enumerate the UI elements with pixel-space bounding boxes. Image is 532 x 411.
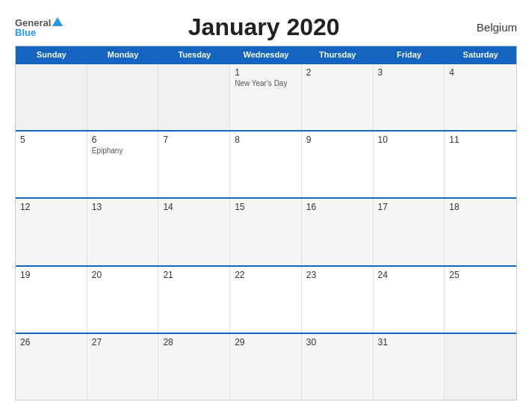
calendar-cell: 14 [158,199,230,265]
country-label: Belgium [465,21,517,34]
calendar-cell: 26 [16,334,87,400]
cell-day-number: 8 [235,135,297,145]
calendar-cell: 6Epiphany [87,132,159,197]
calendar-cell: 31 [374,334,445,400]
calendar-cell: 21 [158,267,230,333]
calendar-cell: 10 [374,132,445,197]
cell-day-number: 4 [449,67,512,78]
calendar-cell: 17 [374,199,445,265]
cell-day-number: 24 [378,270,440,280]
cell-event-label: Epiphany [92,146,154,155]
cell-day-number: 17 [378,202,440,212]
cell-day-number: 21 [163,270,225,280]
cell-day-number: 29 [235,337,297,347]
calendar-week-3: 12131415161718 [16,197,516,265]
calendar-cell: 4 [445,64,516,130]
cell-day-number: 19 [20,270,82,280]
cell-day-number: 25 [449,270,512,280]
calendar-cell: 27 [87,334,159,400]
day-header-sunday: Sunday [16,46,87,63]
calendar-header: SundayMondayTuesdayWednesdayThursdayFrid… [16,46,516,63]
day-header-thursday: Thursday [302,46,374,63]
calendar-title: January 2020 [63,13,465,41]
cell-day-number: 20 [92,270,154,280]
calendar-cell: 3 [374,64,445,130]
cell-day-number: 15 [235,202,297,212]
logo-triangle-icon [52,17,63,26]
calendar-cell: 12 [16,199,87,265]
calendar-cell: 28 [158,334,230,400]
calendar-body: 1New Year's Day23456Epiphany789101112131… [16,63,516,400]
calendar-cell: 13 [87,199,159,265]
calendar-week-4: 19202122232425 [16,265,516,333]
calendar-cell: 8 [230,132,302,197]
cell-day-number: 26 [20,337,82,347]
calendar-cell: 20 [87,267,159,333]
calendar-cell: 1New Year's Day [230,64,302,130]
calendar-cell: 19 [16,267,87,333]
cell-day-number: 9 [306,135,368,145]
cell-day-number: 27 [92,337,154,347]
calendar-page: General Blue January 2020 Belgium Sunday… [0,0,532,411]
calendar-cell: 18 [445,199,516,265]
day-header-saturday: Saturday [445,46,516,63]
calendar-cell: 29 [230,334,302,400]
header: General Blue January 2020 Belgium [15,13,517,41]
calendar-cell: 2 [302,64,374,130]
calendar-cell: 15 [230,199,302,265]
calendar-cell: 24 [374,267,445,333]
cell-day-number: 14 [163,202,225,212]
calendar-cell: 16 [302,199,374,265]
calendar-cell: 22 [230,267,302,333]
cell-day-number: 5 [20,135,82,145]
logo: General Blue [15,18,63,37]
day-header-tuesday: Tuesday [158,46,230,63]
cell-day-number: 18 [449,202,512,212]
logo-blue-text: Blue [15,28,36,37]
day-header-wednesday: Wednesday [230,46,302,63]
calendar-week-2: 56Epiphany7891011 [16,130,516,197]
day-header-monday: Monday [87,46,159,63]
cell-day-number: 6 [92,135,154,145]
cell-day-number: 1 [235,67,297,78]
calendar-week-1: 1New Year's Day234 [16,63,516,130]
cell-day-number: 2 [306,67,368,78]
day-header-friday: Friday [374,46,445,63]
cell-day-number: 12 [20,202,82,212]
calendar-cell: 23 [302,267,374,333]
calendar-cell: 30 [302,334,374,400]
cell-day-number: 23 [306,270,368,280]
cell-day-number: 30 [306,337,368,347]
cell-day-number: 28 [163,337,225,347]
calendar-cell [16,64,87,130]
calendar-cell: 7 [158,132,230,197]
calendar-week-5: 262728293031 [16,333,516,400]
calendar-cell: 9 [302,132,374,197]
cell-day-number: 10 [378,135,440,145]
cell-event-label: New Year's Day [235,79,297,87]
calendar-cell [445,334,516,400]
calendar-cell [158,64,230,130]
cell-day-number: 11 [449,135,512,145]
cell-day-number: 3 [378,67,440,78]
calendar-cell: 11 [445,132,516,197]
cell-day-number: 13 [92,202,154,212]
cell-day-number: 7 [163,135,225,145]
cell-day-number: 16 [306,202,368,212]
calendar-cell: 25 [445,267,516,333]
calendar-cell: 5 [16,132,87,197]
calendar-grid: SundayMondayTuesdayWednesdayThursdayFrid… [15,46,517,401]
calendar-cell [87,64,159,130]
cell-day-number: 31 [378,337,440,347]
cell-day-number: 22 [235,270,297,280]
logo-general-text: General [15,18,51,28]
